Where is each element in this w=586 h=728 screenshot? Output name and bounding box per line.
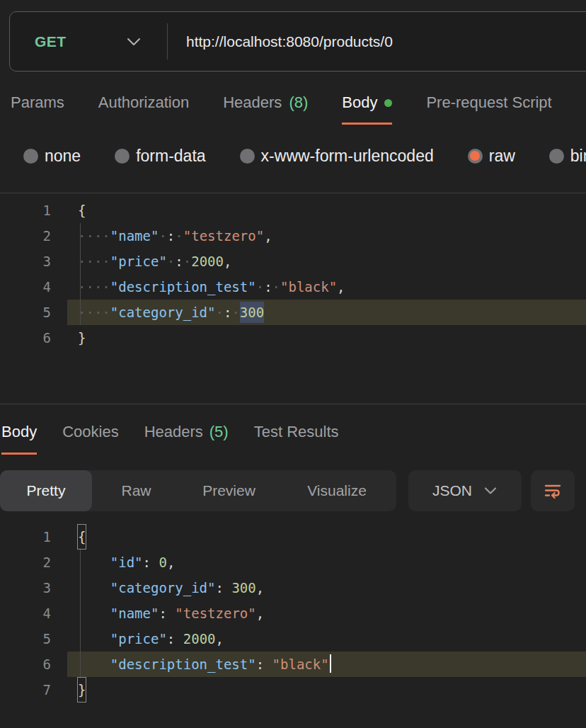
method-selector[interactable]: GET — [35, 33, 67, 50]
code-line[interactable]: 5····"category_id"·:·300 — [0, 300, 586, 325]
tab-body[interactable]: Body — [342, 93, 392, 125]
code-token: { — [78, 203, 86, 218]
request-tabs-row: Params Authorization Headers(8) Body Pre… — [11, 93, 552, 125]
chevron-down-icon[interactable] — [125, 36, 142, 47]
response-tab-test-results[interactable]: Test Results — [254, 422, 339, 455]
tab-params[interactable]: Params — [11, 93, 64, 125]
tab-label: Test Results — [254, 422, 339, 441]
body-present-dot — [384, 99, 392, 107]
tab-label: Authorization — [98, 93, 189, 113]
code-token: , — [216, 631, 224, 647]
tab-label: Body — [342, 93, 377, 113]
request-url-bar: GET http://localhost:8080/products/0 — [9, 11, 586, 72]
code-token: : — [143, 554, 151, 570]
code-line[interactable]: 6 "description_test": "black" — [0, 652, 586, 677]
code-line[interactable]: 2····"name"·:·"testzero", — [0, 223, 586, 249]
radio-form-data[interactable]: form-data — [115, 147, 205, 166]
line-content: { — [51, 198, 86, 223]
radio-x-www-form-urlencoded[interactable]: x-www-form-urlencoded — [240, 147, 434, 166]
tab-authorization[interactable]: Authorization — [98, 93, 189, 125]
view-tab-pretty[interactable]: Pretty — [0, 470, 92, 511]
view-tab-visualize[interactable]: Visualize — [277, 470, 396, 511]
code-token: : — [167, 228, 175, 244]
code-token: · — [175, 228, 183, 244]
code-token: "description_test" — [110, 279, 256, 295]
line-number: 7 — [0, 677, 51, 703]
code-line[interactable]: 4····"description_test"·:·"black", — [0, 274, 586, 300]
line-content: "price": 2000, — [51, 626, 224, 652]
line-content: } — [51, 325, 86, 351]
radio-icon — [23, 149, 38, 164]
code-token: · — [256, 279, 264, 295]
code-token: "category_id" — [110, 305, 216, 320]
code-token: 300 — [231, 580, 255, 596]
tab-label: Headers — [144, 422, 203, 441]
code-line[interactable]: 7} — [0, 677, 586, 703]
code-token: , — [337, 279, 345, 295]
code-token: "name" — [110, 605, 159, 621]
code-token: "black" — [280, 279, 337, 295]
code-token: , — [256, 580, 264, 596]
pane-splitter[interactable] — [0, 404, 586, 404]
response-body-editor[interactable]: 1{2 "id": 0,3 "category_id": 300,4 "name… — [0, 524, 586, 703]
code-token: : — [175, 254, 183, 269]
tab-label: Headers — [223, 93, 282, 113]
radio-icon — [240, 149, 255, 164]
tab-label: Pre-request Script — [426, 93, 551, 113]
radio-none[interactable]: none — [23, 147, 81, 166]
radio-selected-icon — [468, 149, 483, 164]
response-tab-body[interactable]: Body — [1, 422, 37, 455]
url-input[interactable]: http://localhost:8080/products/0 — [186, 33, 393, 50]
view-tab-preview[interactable]: Preview — [180, 470, 277, 511]
line-content: } — [51, 677, 86, 703]
code-token: · — [215, 305, 223, 320]
tab-label: Cookies — [62, 422, 118, 441]
code-line[interactable]: 6} — [0, 325, 586, 351]
code-line[interactable]: 1{ — [0, 524, 586, 550]
code-line[interactable]: 4 "name": "testzero", — [0, 601, 586, 626]
wrap-lines-button[interactable] — [531, 470, 575, 511]
line-content: ····"description_test"·:·"black", — [51, 274, 345, 300]
radio-binary[interactable]: binary — [549, 147, 586, 166]
code-token: "black" — [272, 656, 329, 672]
headers-count-badge: (8) — [289, 93, 308, 113]
code-token: 2000 — [183, 631, 216, 647]
url-bar-divider — [167, 23, 168, 59]
code-line[interactable]: 5 "price": 2000, — [0, 626, 586, 652]
line-number: 6 — [0, 652, 51, 677]
code-token: 300 — [240, 302, 264, 323]
code-token: , — [256, 605, 264, 621]
tab-label: Params — [11, 93, 64, 113]
response-tab-headers[interactable]: Headers(5) — [144, 422, 229, 455]
response-view-switcher: Pretty Raw Preview Visualize — [0, 470, 396, 511]
request-body-editor[interactable]: 1{2····"name"·:·"testzero",3····"price"·… — [0, 198, 586, 351]
code-token — [78, 656, 110, 672]
code-token: } — [78, 330, 86, 346]
wrap-text-icon — [543, 482, 563, 500]
code-line[interactable]: 3 "category_id": 300, — [0, 575, 586, 601]
code-token: "category_id" — [110, 580, 216, 596]
radio-raw[interactable]: raw — [468, 147, 515, 166]
line-number: 6 — [0, 325, 51, 351]
line-number: 5 — [0, 300, 51, 325]
code-line[interactable]: 3····"price"·:·2000, — [0, 249, 586, 274]
code-line[interactable]: 2 "id": 0, — [0, 550, 586, 575]
response-format-dropdown[interactable]: JSON — [408, 470, 522, 511]
code-token: } — [78, 678, 86, 702]
tab-pre-request-script[interactable]: Pre-request Script — [426, 93, 551, 125]
radio-label: raw — [489, 147, 515, 166]
code-token: · — [159, 228, 166, 244]
code-token: "id" — [110, 554, 143, 570]
code-token: · — [272, 279, 280, 295]
line-content: ····"category_id"·:·300 — [51, 300, 264, 325]
code-line[interactable]: 1{ — [0, 198, 586, 223]
tab-headers[interactable]: Headers(8) — [223, 93, 308, 125]
headers-count-badge: (5) — [209, 422, 229, 441]
view-tab-raw[interactable]: Raw — [92, 470, 180, 511]
code-token: : — [264, 279, 272, 295]
response-tab-cookies[interactable]: Cookies — [62, 422, 118, 455]
radio-icon — [115, 149, 130, 164]
code-token: "name" — [110, 228, 159, 244]
body-type-options-row: none form-data x-www-form-urlencoded raw… — [0, 139, 586, 173]
code-token: "price" — [110, 631, 167, 647]
